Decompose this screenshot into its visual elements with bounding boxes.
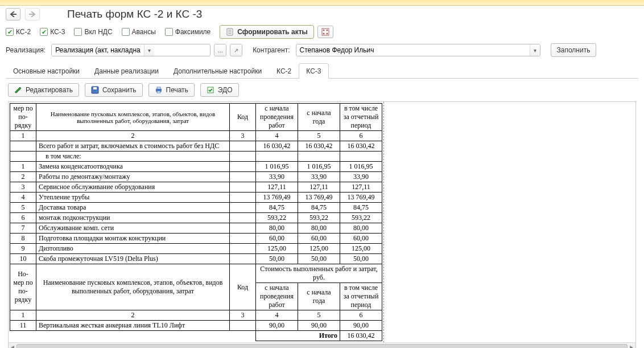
edit-button[interactable]: Редактировать	[8, 83, 79, 97]
counterparty-label: Контрагент:	[253, 46, 290, 54]
table-cell: Наименование пусковых комплексов, этапов…	[36, 104, 230, 131]
table-cell: 1 016,95	[298, 162, 340, 172]
table-cell: 90,00	[340, 321, 382, 331]
table-cell	[230, 152, 256, 162]
table-cell: Работы по демонтажу/монтажу	[36, 172, 230, 182]
table-cell: 4	[256, 310, 298, 321]
table-cell: 6	[340, 310, 382, 321]
open-button[interactable]: ↗	[230, 44, 242, 56]
tab-данные-реализации[interactable]: Данные реализации	[87, 63, 166, 79]
table-cell: 125,00	[256, 244, 298, 254]
table-cell	[230, 213, 256, 223]
table-cell: 1	[10, 162, 36, 172]
checkbox-label: КС-3	[50, 28, 65, 36]
check-icon	[40, 28, 48, 36]
checkbox-vat[interactable]: Вкл НДС	[74, 28, 112, 36]
extra-button[interactable]	[317, 26, 333, 38]
table-cell: 16 030,42	[340, 141, 382, 152]
edo-button[interactable]: ЭДО	[200, 83, 239, 97]
table-cell: с начала проведения работ	[256, 104, 298, 131]
counterparty-input[interactable]	[296, 44, 530, 56]
button-label: Сохранить	[102, 86, 137, 94]
open-icon: ↗	[230, 44, 242, 56]
table-cell: 84,75	[298, 203, 340, 213]
table-cell: 13 769,49	[256, 193, 298, 203]
svg-point-9	[323, 33, 324, 35]
checkbox-ks3[interactable]: КС-3	[40, 28, 65, 36]
fill-button[interactable]: Заполнить	[551, 43, 597, 57]
svg-rect-12	[93, 87, 97, 89]
dropdown-button[interactable]: ▾	[144, 44, 154, 56]
table-cell: 593,22	[340, 213, 382, 223]
document-area[interactable]: мер попо-рядкуНаименование пусковых комп…	[8, 101, 636, 348]
horizontal-scrollbar[interactable]: ◂ ▸	[9, 342, 635, 348]
table-cell: 84,75	[256, 203, 298, 213]
scroll-right-icon[interactable]: ▸	[628, 343, 635, 348]
table-cell	[230, 172, 256, 182]
table-cell: в том числе за отчетный период	[340, 283, 382, 310]
button-label: Печать	[166, 86, 188, 94]
table-cell: 33,90	[256, 172, 298, 182]
check-icon	[6, 28, 14, 36]
table-cell: 4	[10, 193, 36, 203]
checkbox-advances[interactable]: Авансы	[122, 28, 156, 36]
svg-rect-15	[157, 91, 160, 93]
table-cell: 5	[10, 203, 36, 213]
table-cell: монтаж подконструкции	[36, 213, 230, 223]
arrow-right-icon	[29, 11, 36, 17]
table-cell: 80,00	[298, 223, 340, 234]
realization-input[interactable]	[52, 44, 144, 56]
table-cell: 13 769,49	[298, 193, 340, 203]
table-cell	[230, 254, 256, 264]
table-cell: 16 030,42	[298, 141, 340, 152]
table-cell: 3	[230, 131, 256, 141]
table-cell: 50,00	[256, 254, 298, 264]
table-cell: Но-мер по по-рядку	[10, 264, 36, 310]
app-topbar	[0, 0, 644, 6]
table-cell: 2	[10, 172, 36, 182]
table-cell: с начала проведения работ	[256, 283, 298, 310]
checkbox-label: Вкл НДС	[84, 28, 112, 36]
table-cell: 1 016,95	[340, 162, 382, 172]
checkbox-label: КС-2	[16, 28, 31, 36]
floppy-icon	[91, 86, 99, 94]
save-button[interactable]: Сохранить	[85, 83, 143, 97]
button-label: Заполнить	[557, 46, 591, 54]
counterparty-combo[interactable]: ▾	[296, 44, 540, 56]
scroll-left-icon[interactable]: ◂	[9, 343, 16, 348]
generate-button[interactable]: Сформировать акты	[220, 25, 314, 39]
svg-point-7	[323, 30, 324, 31]
table-cell: 50,00	[340, 254, 382, 264]
options-row: КС-2 КС-3 Вкл НДС Авансы Факсимиле Сформ…	[0, 23, 644, 41]
table-cell: 2	[36, 131, 230, 141]
table-cell: 593,22	[298, 213, 340, 223]
table-cell	[230, 162, 256, 172]
table-cell: 1	[10, 131, 36, 141]
tab-кс-2[interactable]: КС-2	[269, 63, 299, 79]
tab-кс-3[interactable]: КС-3	[299, 63, 328, 79]
table-cell: 33,90	[340, 172, 382, 182]
table-cell	[10, 331, 256, 341]
forward-button[interactable]	[25, 8, 40, 21]
checkbox-facsimile[interactable]: Факсимиле	[165, 28, 211, 36]
printer-icon	[155, 86, 163, 94]
table-cell: 10	[10, 254, 36, 264]
checkbox-empty-icon	[74, 28, 82, 36]
table-cell: Подготовка площадки монтаж конструкции	[36, 234, 230, 244]
table-cell	[256, 152, 298, 162]
print-button[interactable]: Печать	[148, 83, 195, 97]
table-cell: Замена конденсатоотводчика	[36, 162, 230, 172]
table-cell: Обслуживание комп. сети	[36, 223, 230, 234]
ellipsis-button[interactable]: …	[214, 44, 226, 56]
back-button[interactable]	[6, 8, 20, 21]
tab-основные-настройки[interactable]: Основные настройки	[6, 63, 87, 79]
tab-дополнительные-настройки[interactable]: Дополнительные настройки	[166, 63, 269, 79]
table-cell: 1	[10, 310, 36, 321]
scroll-thumb[interactable]	[16, 344, 628, 348]
realization-combo[interactable]: ▾	[51, 44, 210, 56]
dropdown-button[interactable]: ▾	[530, 44, 539, 56]
table-cell	[230, 141, 256, 152]
table-cell: 127,11	[256, 182, 298, 193]
edo-icon	[207, 86, 214, 94]
checkbox-ks2[interactable]: КС-2	[6, 28, 31, 36]
